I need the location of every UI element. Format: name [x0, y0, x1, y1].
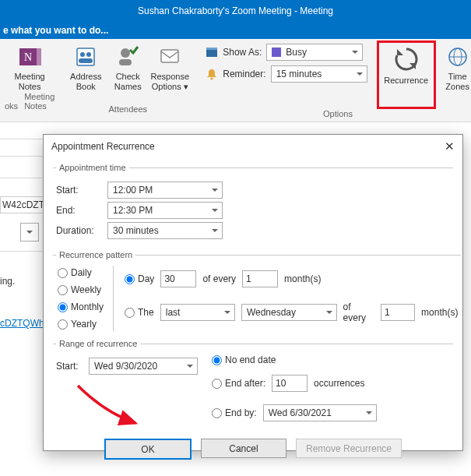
svg-rect-9 [161, 50, 178, 62]
reminder-value: 15 minutes [276, 69, 322, 79]
group-label-meeting-notes: Meeting Notes [24, 92, 54, 111]
svg-rect-10 [206, 49, 217, 57]
partial-ing-text: ing. [0, 276, 15, 287]
every-months-input-1[interactable]: 1 [242, 270, 278, 287]
partial-link[interactable]: cDZTQWh [0, 318, 44, 329]
duration-select[interactable]: 30 minutes [107, 222, 223, 239]
ok-button[interactable]: OK [104, 439, 192, 460]
svg-point-12 [211, 77, 213, 79]
value: 1 [385, 307, 390, 318]
monthly-radio[interactable]: Monthly [58, 301, 104, 312]
show-as-combo[interactable]: Busy [266, 44, 363, 61]
label: No end date [225, 354, 276, 365]
address-book-button[interactable]: AddressBook [64, 42, 107, 92]
value: Wednesday [247, 307, 296, 318]
appointment-recurrence-dialog: Appointment Recurrence ✕ Appointment tim… [43, 134, 463, 451]
cancel-button[interactable]: Cancel [201, 439, 286, 458]
value: Wed 9/30/2020 [94, 361, 157, 372]
legend: Range of recurrence [56, 339, 140, 348]
value: 12:00 PM [113, 185, 153, 196]
meeting-notes-button[interactable]: N MeetingNotes [8, 42, 51, 92]
show-as-label: Show As: [223, 47, 262, 58]
duration-label: Duration: [56, 225, 101, 236]
label: Time [448, 72, 467, 81]
close-icon[interactable]: ✕ [445, 139, 455, 153]
no-end-date-radio[interactable]: No end date [212, 354, 377, 365]
value: 1 [246, 273, 251, 284]
svg-point-4 [80, 52, 85, 57]
globe-icon [446, 44, 469, 70]
legend: Recurrence pattern [56, 250, 135, 259]
start-time-select[interactable]: 12:00 PM [107, 182, 223, 199]
check-names-button[interactable]: CheckNames [109, 42, 146, 92]
onenote-icon: N [16, 44, 43, 70]
value: 30 minutes [113, 225, 159, 236]
value: Wed 6/30/2021 [269, 407, 332, 418]
range-of-recurrence-group: Range of recurrence Start: Wed 9/30/2020… [53, 339, 453, 428]
svg-rect-6 [79, 58, 93, 63]
the-radio[interactable]: The [125, 307, 154, 318]
label: Response [150, 72, 189, 81]
range-start-select[interactable]: Wed 9/30/2020 [89, 358, 198, 375]
label: Notes [19, 82, 41, 91]
legend: Appointment time [56, 163, 129, 172]
daily-radio[interactable]: Daily [58, 267, 104, 278]
response-options-icon [158, 44, 181, 70]
tell-me-bar[interactable]: e what you want to do... [0, 22, 471, 39]
label: month(s) [284, 273, 321, 284]
end-label: End: [56, 205, 101, 216]
svg-text:N: N [24, 51, 32, 63]
label: Address [70, 72, 101, 81]
weekly-radio[interactable]: Weekly [58, 284, 104, 295]
group-label-attendees: Attendees [108, 104, 147, 114]
weekday-select[interactable]: Wednesday [241, 304, 337, 321]
value: 10 [276, 378, 286, 389]
start-label: Start: [56, 185, 101, 196]
yearly-radio[interactable]: Yearly [58, 319, 104, 330]
end-by-radio[interactable]: End by: [212, 407, 257, 418]
label: Day [138, 273, 154, 284]
remove-recurrence-button: Remove Recurrence [296, 439, 402, 458]
address-book-icon [72, 44, 99, 70]
response-options-button[interactable]: ResponseOptions ▾ [148, 42, 192, 92]
group-label: oks [5, 101, 18, 111]
recurrence-icon [392, 44, 421, 74]
partial-dropdown[interactable] [20, 223, 39, 242]
label: End by: [225, 407, 257, 418]
label: The [138, 307, 154, 318]
label: month(s) [421, 307, 458, 318]
show-as-value: Busy [286, 47, 307, 58]
reminder-combo[interactable]: 15 minutes [271, 65, 367, 83]
label: Yearly [71, 319, 97, 330]
day-radio[interactable]: Day [125, 273, 154, 284]
ordinal-select[interactable]: last [160, 304, 235, 321]
reminder-label: Reminder: [223, 69, 265, 79]
end-after-radio[interactable]: End after: [212, 378, 265, 389]
reminder-bell-icon [206, 68, 218, 80]
svg-rect-8 [119, 59, 132, 65]
every-months-input-2[interactable]: 1 [381, 304, 415, 321]
label: Names [114, 82, 142, 91]
time-zones-button[interactable]: TimeZones [441, 42, 471, 109]
dialog-title: Appointment Recurrence [51, 141, 155, 152]
value: 12:30 PM [113, 205, 153, 216]
end-time-select[interactable]: 12:30 PM [107, 202, 223, 219]
day-number-input[interactable]: 30 [160, 270, 196, 287]
recurrence-label: Recurrence [384, 76, 428, 85]
show-as-icon [206, 46, 218, 58]
label: Weekly [71, 284, 101, 295]
label: Check [116, 72, 140, 81]
label: Book [76, 82, 96, 91]
value: 30 [164, 273, 174, 284]
appointment-time-group: Appointment time Start: 12:00 PM End: 12… [53, 163, 453, 245]
range-start-label: Start: [56, 361, 83, 372]
group-options: Show As: Busy Reminder: 15 minutes Recur [196, 42, 471, 117]
label: Meeting [15, 72, 45, 81]
group-show: N MeetingNotes oks Meeting Notes [0, 42, 59, 117]
recurrence-button[interactable]: Recurrence [377, 41, 436, 109]
recurrence-pattern-group: Recurrence pattern Daily Weekly Monthly … [53, 250, 461, 334]
end-by-date-select[interactable]: Wed 6/30/2021 [263, 404, 377, 421]
busy-color-icon [272, 48, 281, 57]
label: Zones [445, 82, 469, 91]
end-after-count-input[interactable]: 10 [272, 375, 308, 392]
